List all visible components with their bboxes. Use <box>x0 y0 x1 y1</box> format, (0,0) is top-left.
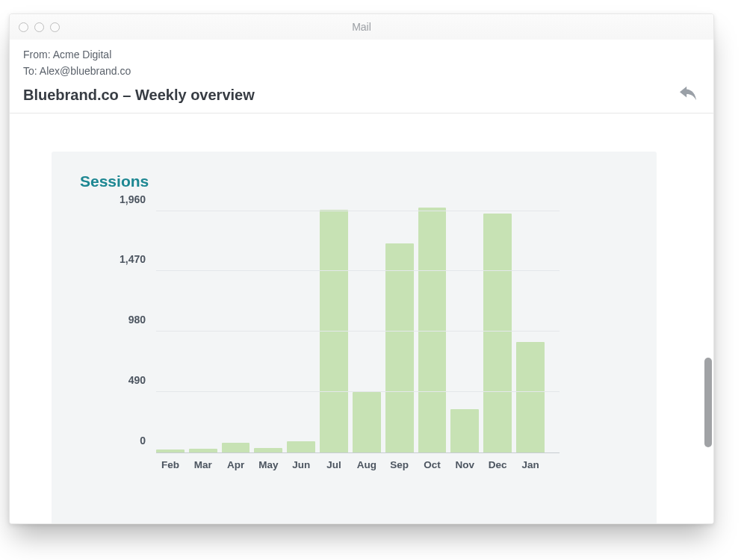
titlebar: Mail <box>10 14 713 40</box>
message-header: From: Acme Digital To: Alex@bluebrand.co… <box>10 40 713 113</box>
chart-gridline <box>156 270 560 271</box>
chart-x-tick: Dec <box>483 459 512 470</box>
chart-x-tick: Jul <box>320 459 348 470</box>
chart-x-tick: May <box>254 459 282 470</box>
chart-gridline <box>156 391 560 392</box>
chart-x-tick: Feb <box>156 459 185 470</box>
chart-title: Sessions <box>80 172 634 190</box>
to-label: To: <box>23 65 37 77</box>
chart-bar <box>189 449 217 452</box>
chart-gridline <box>156 331 560 332</box>
zoom-window-button[interactable] <box>50 22 60 32</box>
subject: Bluebrand.co – Weekly overview <box>23 87 700 104</box>
mail-window: Mail From: Acme Digital To: Alex@bluebra… <box>9 13 714 524</box>
chart-bar <box>516 342 545 453</box>
chart-y-tick: 490 <box>128 374 156 386</box>
to-value: Alex@bluebrand.co <box>40 65 131 77</box>
chart-bar <box>222 443 250 452</box>
chart-x-tick: Sep <box>385 459 414 470</box>
chart-x-tick: Apr <box>222 459 250 470</box>
chart-plot-area: 04909801,4701,960 <box>156 207 560 453</box>
chart-y-tick: 0 <box>140 435 156 447</box>
from-value: Acme Digital <box>53 49 112 60</box>
chart-y-tick: 980 <box>128 314 156 326</box>
from-line: From: Acme Digital <box>23 47 700 63</box>
chart-bar <box>483 214 512 452</box>
chart-x-tick: Mar <box>189 459 217 470</box>
chart-bar <box>254 448 282 452</box>
scrollbar-thumb[interactable] <box>704 358 712 447</box>
chart-x-tick: Oct <box>418 459 447 470</box>
chart-x-tick: Jun <box>287 459 315 470</box>
minimize-window-button[interactable] <box>34 22 44 32</box>
chart-x-tick: Aug <box>353 459 381 470</box>
chart-bar <box>156 449 185 452</box>
chart-bar <box>353 392 381 452</box>
chart-y-tick: 1,960 <box>120 193 156 205</box>
message-body: Sessions 04909801,4701,960 FebMarAprMayJ… <box>10 134 713 523</box>
chart-bars <box>156 207 545 452</box>
to-line: To: Alex@bluebrand.co <box>23 63 700 80</box>
chart-bar <box>385 243 414 453</box>
chart-x-tick: Nov <box>450 459 479 470</box>
chart-bar <box>418 208 447 452</box>
window-controls <box>10 22 60 32</box>
chart-gridline <box>156 211 560 211</box>
chart-y-tick: 1,470 <box>120 253 156 265</box>
chart-bar <box>287 441 315 452</box>
sessions-chart: 04909801,4701,960 FebMarAprMayJunJulAugS… <box>156 207 560 483</box>
chart-x-axis: FebMarAprMayJunJulAugSepOctNovDecJan <box>156 459 560 470</box>
chart-x-tick: Jan <box>516 459 545 470</box>
from-label: From: <box>23 49 51 60</box>
chart-bar <box>450 409 479 452</box>
reply-button[interactable] <box>676 84 700 105</box>
reply-icon <box>680 86 696 104</box>
app-title: Mail <box>10 21 713 33</box>
close-window-button[interactable] <box>19 22 28 32</box>
sessions-card: Sessions 04909801,4701,960 FebMarAprMayJ… <box>52 152 657 523</box>
